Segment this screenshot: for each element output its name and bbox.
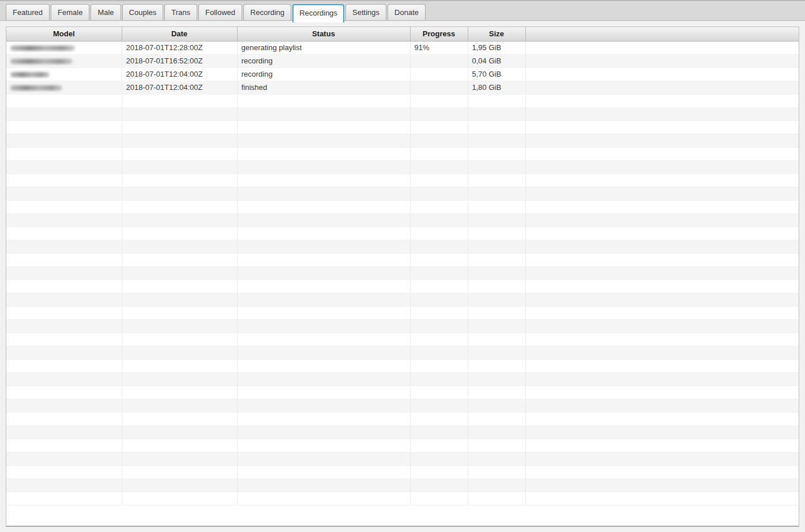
empty-cell	[468, 120, 525, 134]
empty-cell	[6, 160, 122, 173]
empty-cell	[410, 240, 468, 253]
column-header-status[interactable]: Status	[237, 27, 410, 41]
table-row-empty[interactable]	[6, 465, 799, 478]
empty-cell	[525, 372, 799, 386]
empty-cell	[525, 319, 799, 333]
empty-cell	[410, 399, 468, 412]
tab-donate[interactable]: Donate	[388, 4, 426, 20]
empty-cell	[525, 120, 799, 134]
empty-cell	[525, 399, 799, 412]
table-row-empty[interactable]	[6, 478, 799, 492]
table-row-empty[interactable]	[6, 425, 799, 439]
tab-featured[interactable]: Featured	[6, 4, 50, 20]
table-row-empty[interactable]	[6, 452, 799, 465]
empty-cell	[6, 386, 122, 399]
empty-cell	[468, 200, 525, 213]
table-row-empty[interactable]	[6, 253, 799, 266]
empty-cell	[122, 492, 237, 505]
empty-cell	[237, 346, 410, 359]
empty-cell	[410, 120, 468, 134]
tab-male[interactable]: Male	[91, 4, 121, 20]
empty-cell	[410, 227, 468, 240]
table-row-empty[interactable]	[6, 359, 799, 372]
tab-followed[interactable]: Followed	[198, 4, 242, 20]
table-row-empty[interactable]	[6, 200, 799, 213]
empty-cell	[468, 333, 525, 346]
table-row-empty[interactable]	[6, 160, 799, 173]
empty-cell	[468, 372, 525, 386]
progress-cell	[410, 67, 468, 81]
empty-cell	[122, 386, 237, 399]
empty-cell	[525, 439, 799, 452]
empty-cell	[410, 439, 468, 452]
column-header-model[interactable]: Model	[6, 27, 122, 41]
status-cell: recording	[237, 67, 410, 81]
redacted-model-name	[10, 59, 73, 64]
column-header-date[interactable]: Date	[122, 27, 237, 41]
table-row-empty[interactable]	[6, 227, 799, 240]
empty-cell	[468, 399, 525, 412]
table-row-empty[interactable]	[6, 147, 799, 160]
empty-cell	[525, 333, 799, 346]
column-header-progress[interactable]: Progress	[410, 27, 468, 41]
table-row[interactable]: 2018-07-01T12:04:00Z finished 1,80 GiB	[6, 81, 799, 94]
table-row[interactable]: 2018-07-01T16:52:00Z recording 0,04 GiB	[6, 54, 799, 67]
table-row-empty[interactable]	[6, 399, 799, 412]
table-row-empty[interactable]	[6, 94, 799, 107]
empty-cell	[237, 425, 410, 439]
empty-cell	[525, 359, 799, 372]
table-row[interactable]: 2018-07-01T12:04:00Z recording 5,70 GiB	[6, 67, 799, 81]
table-row-empty[interactable]	[6, 372, 799, 386]
table-row-empty[interactable]	[6, 266, 799, 280]
table-row-empty[interactable]	[6, 306, 799, 319]
table-row-empty[interactable]	[6, 173, 799, 187]
tab-recordings[interactable]: Recordings	[292, 4, 344, 22]
empty-cell	[410, 452, 468, 465]
table-row-empty[interactable]	[6, 293, 799, 306]
empty-cell	[525, 386, 799, 399]
table-row-empty[interactable]	[6, 213, 799, 227]
status-cell: finished	[237, 81, 410, 94]
redacted-model-name	[10, 72, 50, 77]
tab-female[interactable]: Female	[51, 4, 89, 20]
tab-settings[interactable]: Settings	[345, 4, 386, 20]
table-row-empty[interactable]	[6, 346, 799, 359]
empty-cell	[122, 306, 237, 319]
tab-recording[interactable]: Recording	[243, 4, 291, 20]
model-cell	[6, 54, 122, 67]
empty-cell	[525, 346, 799, 359]
table-row-empty[interactable]	[6, 333, 799, 346]
empty-cell	[410, 465, 468, 478]
date-cell: 2018-07-01T12:04:00Z	[122, 67, 237, 81]
table-row-empty[interactable]	[6, 120, 799, 134]
empty-cell	[410, 253, 468, 266]
table-row-empty[interactable]	[6, 187, 799, 200]
table-row-empty[interactable]	[6, 439, 799, 452]
tab-trans[interactable]: Trans	[164, 4, 197, 20]
empty-cell	[6, 452, 122, 465]
table-row-empty[interactable]	[6, 134, 799, 147]
table-row-empty[interactable]	[6, 319, 799, 333]
tab-couples[interactable]: Couples	[122, 4, 164, 20]
table-row[interactable]: 2018-07-01T12:28:00Z generating playlist…	[6, 41, 799, 54]
table-row-empty[interactable]	[6, 280, 799, 293]
empty-cell	[122, 359, 237, 372]
empty-cell	[6, 478, 122, 492]
column-header-size[interactable]: Size	[468, 27, 525, 41]
empty-cell	[6, 346, 122, 359]
table-row-empty[interactable]	[6, 107, 799, 120]
table-header-row: Model Date Status Progress Size	[6, 27, 799, 41]
table-row-empty[interactable]	[6, 412, 799, 425]
empty-cell	[468, 280, 525, 293]
empty-cell	[6, 227, 122, 240]
empty-cell	[468, 253, 525, 266]
empty-cell	[6, 359, 122, 372]
empty-cell	[525, 240, 799, 253]
empty-cell	[6, 425, 122, 439]
empty-cell	[6, 107, 122, 120]
table-row-empty[interactable]	[6, 386, 799, 399]
empty-cell	[410, 346, 468, 359]
table-row-empty[interactable]	[6, 240, 799, 253]
empty-cell	[410, 293, 468, 306]
table-row-empty[interactable]	[6, 492, 799, 505]
